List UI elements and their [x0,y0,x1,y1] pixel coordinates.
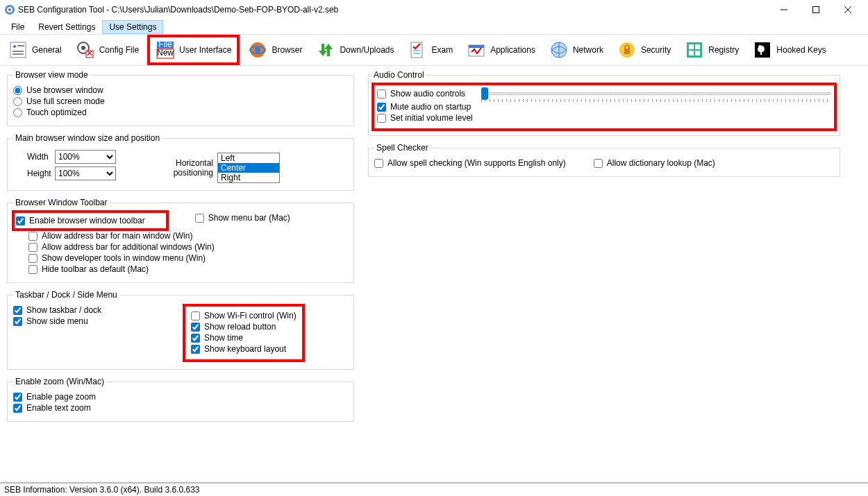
group-spell-checker: Spell Checker Allow spell checking (Win … [368,143,840,177]
check-mute-audio-startup[interactable]: Mute audio on startup [377,102,471,112]
check-show-menu-bar[interactable]: Show menu bar (Mac) [195,213,290,223]
tab-label: General [32,45,62,55]
svg-rect-10 [12,51,24,52]
svg-point-2 [8,8,11,11]
down-uploads-icon [316,40,335,60]
option-center[interactable]: Center [218,163,279,173]
tab-browser[interactable]: Browser [242,36,308,64]
general-icon [8,40,28,60]
tab-label: Security [641,45,671,55]
app-icon [4,4,15,15]
radio-use-full-screen[interactable]: Use full screen mode [13,96,105,106]
maximize-button[interactable] [800,0,832,19]
svg-rect-30 [624,49,630,54]
status-bar: SEB Information: Version 3.6.0 (x64). Bu… [0,482,868,496]
tab-security[interactable]: Security [612,36,676,64]
listbox-horizontal-positioning[interactable]: Left Center Right [217,153,280,183]
menu-revert-settings[interactable]: Revert Settings [31,20,102,34]
svg-point-8 [13,45,16,48]
check-allow-address-bar-main[interactable]: Allow address bar for main window (Win) [28,231,192,241]
check-enable-text-zoom[interactable]: Enable text zoom [13,403,91,413]
svg-rect-35 [695,51,700,55]
check-hide-toolbar-default[interactable]: Hide toolbar as default (Mac) [28,264,149,274]
check-show-audio-controls[interactable]: Show audio controls [377,89,465,99]
tab-hooked-keys[interactable]: Hooked Keys [747,36,831,64]
network-icon [549,40,569,60]
legend: Taskbar / Dock / Side Menu [13,290,119,300]
check-allow-dictionary-lookup[interactable]: Allow dictionary lookup (Mac) [594,158,715,168]
label-width: Width [13,152,55,162]
check-enable-page-zoom[interactable]: Enable page zoom [13,392,96,402]
tab-config-file[interactable]: ✕ Config File [70,36,144,64]
svg-rect-9 [17,45,24,46]
tab-label: Network [573,45,603,55]
status-text: SEB Information: Version 3.6.0 (x64). Bu… [4,485,200,495]
tab-label: Down/Uploads [340,45,394,55]
close-button[interactable] [832,0,864,19]
tab-registry[interactable]: Registry [679,36,744,64]
applications-icon [467,40,486,60]
group-browser-view-mode: Browser view mode Use browser window Use… [7,70,354,126]
tab-network[interactable]: Network [544,36,609,64]
group-taskbar-dock-side-menu: Taskbar / Dock / Side Menu Show taskbar … [7,290,354,370]
check-show-developer-tools[interactable]: Show developer tools in window menu (Win… [28,253,206,263]
tab-label: Hooked Keys [776,45,826,55]
select-width[interactable]: 100% [55,150,116,164]
legend: Enable zoom (Win/Mac) [13,377,106,386]
radio-touch-optimized[interactable]: Touch optimized [13,108,87,117]
label-horizontal-positioning: Horizontal positioning [137,158,213,178]
select-height[interactable]: 100% [55,166,116,180]
check-show-taskbar-dock[interactable]: Show taskbar / dock [13,305,101,315]
option-left[interactable]: Left [218,153,279,163]
legend: Browser Window Toolbar [13,198,110,207]
check-show-time[interactable]: Show time [191,333,243,343]
tab-applications[interactable]: Applications [461,36,541,64]
check-set-initial-volume[interactable]: Set initial volume level [377,113,473,123]
tab-label: Registry [708,45,739,55]
svg-point-22 [255,47,260,53]
legend: Main browser window size and position [13,133,162,143]
tab-label: Applications [490,45,535,55]
svg-rect-32 [689,44,694,49]
group-enable-zoom: Enable zoom (Win/Mac) Enable page zoom E… [7,377,354,422]
legend: Spell Checker [374,143,431,153]
tab-general[interactable]: General [3,36,67,64]
menu-file[interactable]: File [4,20,31,34]
check-show-side-menu[interactable]: Show side menu [13,316,88,326]
tab-down-uploads[interactable]: Down/Uploads [310,36,399,64]
tab-label: User Interface [179,45,231,55]
window-title: SEB Configuration Tool - C:\Users\Julian… [18,5,768,15]
label-height: Height [13,169,55,178]
check-enable-browser-window-toolbar[interactable]: Enable browser window toolbar [16,216,145,225]
svg-rect-7 [10,42,26,58]
tab-label: Browser [272,45,302,55]
menu-bar: File Revert Settings Use Settings [0,19,868,35]
user-interface-icon: FileNew [156,40,175,60]
option-right[interactable]: Right [218,173,279,182]
tab-label: Config File [99,45,139,55]
svg-rect-11 [12,53,24,55]
tab-exam[interactable]: Exam [403,36,459,64]
hooked-keys-icon [753,40,772,60]
tab-label: Exam [432,45,453,55]
minimize-button[interactable] [768,0,800,19]
check-show-keyboard-layout[interactable]: Show keyboard layout [191,344,286,354]
svg-point-13 [81,46,85,50]
svg-rect-33 [695,44,700,49]
radio-use-browser-window[interactable]: Use browser window [13,85,103,95]
check-allow-address-bar-additional[interactable]: Allow address bar for additional windows… [28,242,215,252]
check-show-reload-button[interactable]: Show reload button [191,322,276,332]
slider-volume[interactable] [481,87,831,101]
tab-user-interface[interactable]: FileNew User Interface [147,35,240,65]
svg-rect-23 [411,42,422,58]
browser-icon [248,40,267,60]
config-file-icon: ✕ [76,40,95,60]
check-show-wifi-control[interactable]: Show Wi-Fi control (Win) [191,311,297,320]
check-allow-spell-checking[interactable]: Allow spell checking (Win supports Engli… [374,158,566,168]
menu-use-settings[interactable]: Use Settings [102,20,163,34]
legend: Audio Control [372,70,426,80]
exam-icon [408,40,428,60]
svg-rect-34 [689,51,694,55]
group-browser-window-toolbar: Browser Window Toolbar Enable browser wi… [7,198,354,283]
svg-text:New: New [157,48,174,58]
